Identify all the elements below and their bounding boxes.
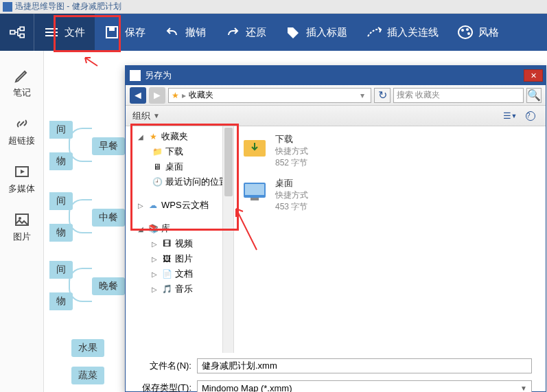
filetype-value: Mindomo Map (*.xmm) [202,383,292,393]
help-button[interactable]: ? [522,109,539,123]
node-lunch[interactable]: 中餐 [92,209,125,227]
file-type: 快捷方式 [275,189,308,201]
organize-label: 组织 [132,110,150,122]
chevron-down-icon[interactable]: ▾ [357,91,368,100]
connector-icon [366,25,382,40]
link-icon [14,115,30,132]
svg-rect-2 [20,34,24,38]
nav-back-button[interactable]: ◄ [130,87,146,104]
file-label: 文件 [65,26,85,39]
search-button[interactable]: 🔍 [526,88,542,103]
refresh-icon: ↻ [378,89,387,102]
redo-icon [225,25,240,40]
filetype-select[interactable]: Mindomo Map (*.xmm) ▼ [197,380,532,392]
file-list[interactable]: 下载 快捷方式 852 字节 桌面 快捷方式 453 字节 [234,126,546,353]
tree-scrollbar[interactable] [222,126,233,353]
dialog-icon [130,70,141,81]
menu-icon [44,25,59,40]
address-bar[interactable]: ★ ▸ 收藏夹 ▾ [168,88,371,103]
node-fruit[interactable]: 水果 [71,339,104,357]
filename-input[interactable] [197,358,532,373]
tree-recent[interactable]: 🕘 最近访问的位置 [126,174,233,189]
save-icon [104,25,119,40]
close-icon: ✕ [531,71,537,80]
expand-icon[interactable]: ▷ [152,286,159,293]
app-icon [3,2,12,12]
star-icon: ★ [148,132,159,141]
sidebar-image[interactable]: 图片 [13,211,31,243]
insert-title-label: 插入标题 [306,26,347,39]
structure-button[interactable] [0,14,34,51]
folder-download-icon [241,133,268,161]
undo-label: 撤销 [185,26,206,39]
style-button[interactable]: 风格 [448,14,509,51]
save-label: 保存 [125,26,146,39]
help-icon: ? [526,111,535,121]
insert-title-button[interactable]: 插入标题 [276,14,357,51]
style-label: 风格 [478,26,499,39]
node-food-2[interactable]: 物 [49,224,73,242]
tree-pictures[interactable]: ▷ 🖼 图片 [126,251,233,266]
arrow-right-icon: ► [152,89,163,102]
dialog-toolbar: 组织 ▼ ☰▼ ? [126,106,546,126]
svg-point-11 [467,32,470,35]
expand-icon[interactable]: ▷ [152,270,159,278]
tree-music[interactable]: ▷ 🎵 音乐 [126,281,233,297]
close-button[interactable]: ✕ [524,69,543,82]
dialog-titlebar[interactable]: 另存为 ✕ [126,66,546,85]
save-as-dialog: 另存为 ✕ ◄ ► ★ ▸ 收藏夹 ▾ ↻ 搜索 收藏夹 🔍 组织 ▼ ☰▼ ? [125,65,546,392]
node-dinner[interactable]: 晚餐 [92,277,125,295]
video-icon: 🎞 [161,239,172,249]
nav-forward-button[interactable]: ► [149,87,165,104]
search-placeholder: 搜索 收藏夹 [397,89,440,101]
tree-video[interactable]: ▷ 🎞 视频 [126,236,233,251]
tree-documents[interactable]: ▷ 📄 文档 [126,266,233,281]
search-input[interactable]: 搜索 收藏夹 [393,88,524,103]
pictures-icon: 🖼 [161,254,172,264]
sidebar-note[interactable]: 笔记 [13,67,31,99]
view-icon: ☰ [503,111,511,121]
tree-favorites[interactable]: ◢ ★ 收藏夹 [126,129,233,144]
svg-point-9 [461,29,464,32]
tree-downloads[interactable]: 📁 下载 [126,144,233,159]
collapse-icon[interactable]: ◢ [138,133,145,141]
organize-button[interactable]: 组织 ▼ [132,110,160,122]
node-food-1[interactable]: 物 [49,152,73,170]
sidebar-hyperlink[interactable]: 超链接 [8,115,35,147]
dialog-body: ◢ ★ 收藏夹 📁 下载 🖥 桌面 🕘 最近访问的位置 ▷ ☁ WPS云文档 [126,126,546,353]
library-icon: 📚 [148,224,159,233]
star-icon: ★ [172,91,179,100]
node-veg[interactable]: 蔬菜 [71,367,104,384]
redo-button[interactable]: 还原 [216,14,276,51]
expand-icon[interactable]: ▷ [152,255,159,263]
svg-rect-18 [251,198,259,200]
chevron-down-icon: ▼ [520,384,527,392]
tree-library[interactable]: ◢ 📚 库 [126,221,233,236]
tree-desktop[interactable]: 🖥 桌面 [126,159,233,174]
file-name: 下载 [275,133,308,146]
expand-icon[interactable]: ▷ [138,202,145,209]
view-button[interactable]: ☰▼ [502,109,518,123]
dialog-footer: 文件名(N): 保存类型(T): Mindomo Map (*.xmm) ▼ [126,353,546,392]
insert-link-button[interactable]: 插入关连线 [357,14,448,51]
sidebar-media[interactable]: 多媒体 [8,163,35,195]
undo-button[interactable]: 撤销 [155,14,216,51]
cloud-icon: ☁ [148,200,159,210]
breadcrumb[interactable]: 收藏夹 [189,89,213,101]
node-food-3[interactable]: 物 [49,292,73,310]
image-icon [14,211,30,228]
node-breakfast[interactable]: 早餐 [92,137,125,155]
tree-wps[interactable]: ▷ ☁ WPS云文档 [126,198,233,213]
file-item-desktop[interactable]: 桌面 快捷方式 453 字节 [241,177,539,213]
file-menu-button[interactable]: 文件 [34,14,95,51]
collapse-icon[interactable]: ◢ [138,225,145,233]
save-button[interactable]: 保存 [95,14,155,51]
file-item-download[interactable]: 下载 快捷方式 852 字节 [241,133,539,169]
refresh-button[interactable]: ↻ [374,88,391,103]
expand-icon[interactable]: ▷ [152,240,159,248]
filetype-label: 保存类型(T): [139,382,191,392]
pencil-icon [14,67,30,84]
file-type: 快捷方式 [275,146,308,157]
file-size: 453 字节 [275,201,308,213]
dialog-nav: ◄ ► ★ ▸ 收藏夹 ▾ ↻ 搜索 收藏夹 🔍 [126,85,546,106]
